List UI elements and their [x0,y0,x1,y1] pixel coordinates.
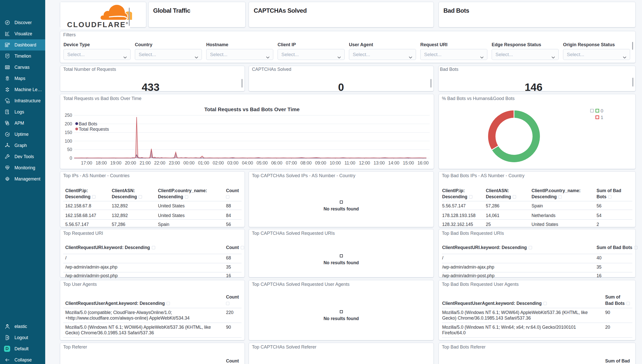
svg-text:11:00: 11:00 [345,160,356,166]
svg-text:Bad Bots: Bad Bots [79,121,97,126]
svg-text:15:00: 15:00 [403,160,414,166]
svg-text:01:00: 01:00 [198,160,209,166]
svg-text:1: 1 [601,115,603,120]
svg-text:16:00: 16:00 [418,160,429,166]
svg-text:12:00: 12:00 [359,160,370,166]
svg-text:22:00: 22:00 [154,160,165,166]
svg-text:10:00: 10:00 [330,160,341,166]
svg-text:19:00: 19:00 [110,160,121,166]
svg-text:Total Requests: Total Requests [79,127,109,132]
svg-text:0: 0 [601,108,603,113]
svg-text:13:00: 13:00 [374,160,385,166]
svg-text:18:00: 18:00 [96,160,107,166]
svg-text:200: 200 [65,121,72,126]
svg-text:17:00: 17:00 [81,160,92,166]
svg-text:14:00: 14:00 [388,160,399,166]
svg-text:23:00: 23:00 [169,160,180,166]
svg-text:07:00: 07:00 [286,160,297,166]
svg-text:06:00: 06:00 [271,160,282,166]
svg-text:100: 100 [65,139,72,144]
svg-text:250: 250 [65,113,72,118]
svg-text:50: 50 [67,147,72,152]
svg-text:150: 150 [65,130,72,135]
svg-text:02:00: 02:00 [213,160,224,166]
svg-text:Total Requests vs Bad Bots Ove: Total Requests vs Bad Bots Over Time [204,106,299,112]
svg-text:0: 0 [70,156,72,161]
svg-text:20:00: 20:00 [125,160,136,166]
svg-text:09:00: 09:00 [315,160,326,166]
svg-text:21:00: 21:00 [140,160,151,166]
svg-text:05:00: 05:00 [256,160,268,166]
svg-text:03:00: 03:00 [227,160,238,166]
svg-text:04:00: 04:00 [242,160,253,166]
svg-text:08:00: 08:00 [300,160,312,166]
svg-text:00:00: 00:00 [183,160,195,166]
